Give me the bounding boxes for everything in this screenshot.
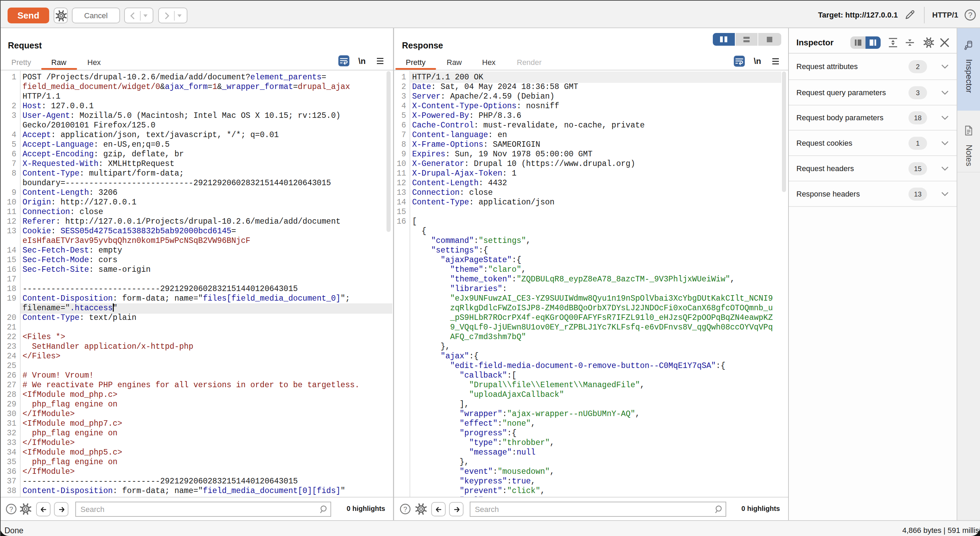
- svg-text:?: ?: [403, 506, 407, 513]
- svg-text:?: ?: [968, 11, 972, 19]
- svg-text:?: ?: [9, 506, 13, 513]
